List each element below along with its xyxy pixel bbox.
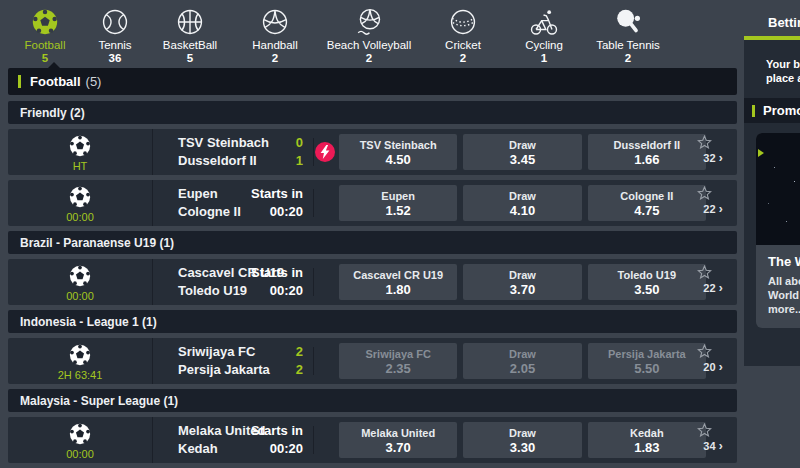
starts-in-label: Starts in	[203, 264, 303, 282]
chevron-right-icon: ›	[719, 151, 723, 165]
odds-button-home[interactable]: TSV Steinbach 4.50	[339, 134, 457, 170]
away-score: 1	[203, 152, 303, 170]
starts-in-value: 00:20	[203, 282, 303, 300]
handball-icon	[260, 7, 290, 37]
match-row: 00:00 Cascavel CR U19 Toledo U19 Starts …	[8, 259, 737, 305]
match-status: 2H 63:41	[8, 338, 153, 384]
chevron-right-icon: ›	[719, 360, 723, 374]
odds-button-draw[interactable]: Draw 3.30	[463, 422, 581, 458]
more-markets[interactable]: 20 ›	[697, 344, 729, 374]
markets-count[interactable]: 20 ›	[697, 360, 729, 374]
match-row: 2H 63:41 Sriwijaya FC Persija Jakarta 2 …	[8, 338, 737, 384]
promo-card[interactable]: The World Cup All about the World Cup an…	[756, 133, 800, 328]
odds-button-away[interactable]: Dusseldorf II 1.66	[588, 134, 706, 170]
favorite-star-icon[interactable]	[697, 186, 729, 200]
markets-count[interactable]: 22 ›	[697, 281, 729, 295]
match-score: 2 2	[203, 343, 303, 379]
league-header-brazil[interactable]: Brazil - Paranaense U19 (1)	[8, 231, 737, 254]
nav-count: 2	[460, 52, 466, 64]
nav-count: 2	[366, 52, 372, 64]
odds-group: Eupen 1.52 Draw 4.10 Cologne II 4.75	[339, 185, 706, 221]
odds-button-away[interactable]: Kedah 1.83	[588, 422, 706, 458]
more-markets[interactable]: 32 ›	[697, 135, 729, 165]
nav-item-cricket[interactable]: Cricket 2	[418, 0, 508, 64]
football-ball-icon	[67, 342, 93, 368]
divider	[313, 189, 314, 217]
nav-label: Tennis	[98, 39, 131, 51]
favorite-star-icon[interactable]	[697, 423, 729, 437]
markets-count[interactable]: 22 ›	[697, 202, 729, 216]
nav-count: 5	[187, 52, 193, 64]
nav-label: BasketBall	[163, 39, 217, 51]
odds-button-away: Persija Jakarta 5.50	[588, 343, 706, 379]
odds-button-away[interactable]: Toledo U19 3.50	[588, 264, 706, 300]
nav-item-handball[interactable]: Handball 2	[230, 0, 320, 64]
more-markets[interactable]: 22 ›	[697, 265, 729, 295]
home-score: 2	[203, 343, 303, 361]
favorite-star-icon[interactable]	[697, 265, 729, 279]
match-period: 00:00	[66, 448, 94, 460]
nav-label: Cricket	[445, 39, 481, 51]
match-row: 00:00 Eupen Cologne II Starts in 00:20 E…	[8, 180, 737, 226]
page-title: Football	[30, 74, 81, 89]
match-start-time: Starts in 00:20	[203, 422, 303, 458]
starts-in-label: Starts in	[203, 422, 303, 440]
league-header-indonesia[interactable]: Indonesia - League 1 (1)	[8, 310, 737, 333]
markets-count[interactable]: 32 ›	[697, 151, 729, 165]
promotions-header: Promotions	[744, 98, 800, 123]
match-status: 00:00	[8, 259, 153, 305]
tennis-icon	[100, 7, 130, 37]
odds-group: Sriwijaya FC 2.35 Draw 2.05 Persija Jaka…	[339, 343, 706, 379]
odds-button-draw[interactable]: Draw 4.10	[463, 185, 581, 221]
betslip-panel: Your betslip is empty, place a bet Promo…	[744, 40, 800, 366]
markets-count[interactable]: 34 ›	[697, 439, 729, 453]
nav-item-basketball[interactable]: BasketBall 5	[150, 0, 230, 64]
odds-button-home[interactable]: Eupen 1.52	[339, 185, 457, 221]
starts-in-value: 00:20	[203, 440, 303, 458]
match-status: 00:00	[8, 180, 153, 226]
nav-label: Handball	[252, 39, 297, 51]
nav-label: Cycling	[525, 39, 563, 51]
nav-item-tennis[interactable]: Tennis 36	[80, 0, 150, 64]
favorite-star-icon[interactable]	[697, 344, 729, 358]
odds-button-draw[interactable]: Draw 3.45	[463, 134, 581, 170]
odds-group: TSV Steinbach 4.50 Draw 3.45 Dusseldorf …	[339, 134, 706, 170]
beach-volleyball-icon	[354, 7, 384, 37]
away-score: 2	[203, 361, 303, 379]
page-title-count: (5)	[86, 74, 102, 89]
divider	[313, 268, 314, 296]
nav-item-football[interactable]: Football 5	[10, 0, 80, 64]
table-tennis-icon	[613, 7, 643, 37]
league-header-friendly[interactable]: Friendly (2)	[8, 101, 737, 124]
league-header-malaysia[interactable]: Malaysia - Super League (1)	[8, 389, 737, 412]
nav-count: 2	[625, 52, 631, 64]
divider	[313, 426, 314, 454]
starts-in-label: Starts in	[203, 185, 303, 203]
chevron-right-icon: ›	[719, 281, 723, 295]
nav-label: Football	[25, 39, 66, 51]
cricket-icon	[448, 7, 478, 37]
football-ball-icon	[67, 133, 93, 159]
nav-item-table-tennis[interactable]: Table Tennis 2	[580, 0, 676, 64]
odds-button-draw[interactable]: Draw 3.70	[463, 264, 581, 300]
odds-group: Cascavel CR U19 1.80 Draw 3.70 Toledo U1…	[339, 264, 706, 300]
divider	[313, 138, 314, 166]
promotions-title: Promotions	[763, 103, 800, 118]
cycling-icon	[529, 7, 559, 37]
odds-button-home[interactable]: Cascavel CR U19 1.80	[339, 264, 457, 300]
odds-button-home[interactable]: Melaka United 3.70	[339, 422, 457, 458]
more-markets[interactable]: 34 ›	[697, 423, 729, 453]
match-period: 00:00	[66, 211, 94, 223]
odds-button-away[interactable]: Cologne II 4.75	[588, 185, 706, 221]
starts-in-value: 00:20	[203, 203, 303, 221]
nav-item-beach-volleyball[interactable]: Beach Volleyball 2	[320, 0, 418, 64]
favorite-star-icon[interactable]	[697, 135, 729, 149]
sports-nav: Football 5 Tennis 36 BasketBall 5 Handba…	[0, 0, 676, 64]
nav-item-cycling[interactable]: Cycling 1	[508, 0, 580, 64]
accent-bar	[752, 105, 755, 117]
starry-sky-decoration	[756, 133, 757, 134]
more-markets[interactable]: 22 ›	[697, 186, 729, 216]
nav-count: 2	[272, 52, 278, 64]
match-period: 2H 63:41	[58, 369, 103, 381]
betslip-empty-message: Your betslip is empty, place a bet	[744, 40, 800, 98]
